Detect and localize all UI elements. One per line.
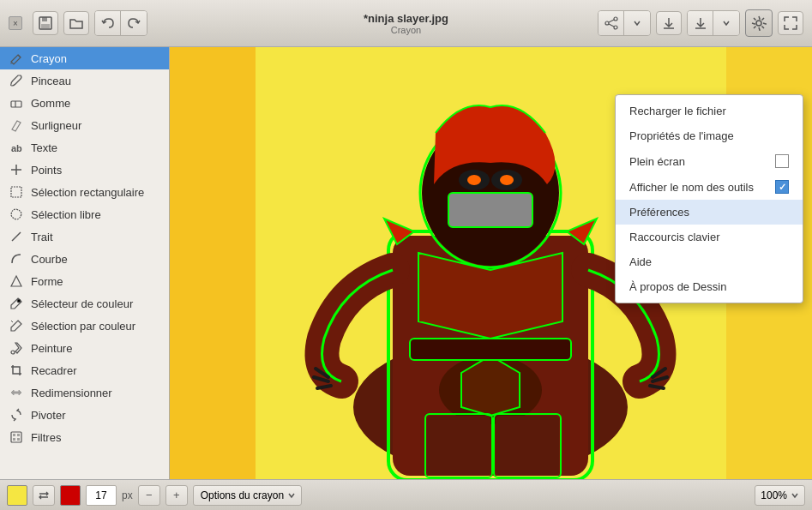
svg-line-21 [11,321,13,322]
menu-item-shortcuts[interactable]: Raccourcis clavier [616,225,803,249]
menu-item-reload[interactable]: Recharger le fichier [616,99,803,123]
selection-rect-label: Sélection rectangulaire [31,186,144,199]
size-minus-button[interactable]: − [138,485,160,506]
sidebar-item-filtres[interactable]: Filtres [0,426,169,448]
menu-item-aide[interactable]: Aide [616,249,803,274]
svg-point-5 [614,26,617,29]
menu-item-preferences[interactable]: Préférences [616,200,803,225]
zoom-dropdown[interactable]: 100% [755,485,805,506]
sidebar-item-texte[interactable]: abTexte [0,136,169,159]
sidebar-item-points[interactable]: Points [0,159,169,181]
svg-point-10 [756,21,761,26]
svg-rect-12 [11,101,21,107]
zoom-chevron-icon [791,491,799,500]
selection-libre-label: Sélection libre [31,208,101,221]
menu-label-properties: Propriétés de l'image [629,129,734,142]
menu-label-preferences: Préférences [629,206,689,219]
undo-button[interactable] [95,11,121,35]
sidebar-item-selection-libre[interactable]: Sélection libre [0,203,169,225]
trait-icon [9,229,24,244]
save-button[interactable] [33,11,58,35]
save-icon [38,15,53,31]
menu-checkbox-fullscreen[interactable] [775,154,789,168]
sidebar-item-peinture[interactable]: Peinture [0,337,169,359]
share-dropdown-button[interactable] [624,11,650,35]
download2-dropdown-button[interactable] [713,11,739,35]
size-unit-label: px [122,489,133,501]
menu-label-about: À propos de Dessin [629,280,726,293]
pivoter-icon [9,407,24,423]
surligneur-icon [9,117,24,133]
download2-button[interactable] [688,11,713,35]
svg-line-7 [609,24,614,27]
expand-button[interactable] [778,11,803,35]
selection-couleur-label: Sélection par couleur [31,320,135,333]
folder-icon [69,15,84,31]
redo-button[interactable] [121,11,147,35]
svg-text:ab: ab [11,143,22,153]
forme-label: Forme [31,275,63,288]
redimensionner-icon [9,385,24,400]
dropdown-chevron-icon [287,491,296,500]
window-subtitle: Crayon [364,25,448,35]
download-button[interactable] [656,11,682,35]
sidebar-item-selection-couleur[interactable]: Sélection par couleur [0,315,169,337]
crayon-options-label: Options du crayon [201,489,284,501]
expand-icon [783,15,798,31]
sidebar-item-gomme[interactable]: Gomme [0,92,169,114]
menu-item-about[interactable]: À propos de Dessin [616,274,803,299]
svg-rect-17 [11,187,21,197]
sidebar-item-crayon[interactable]: Crayon [0,47,169,69]
sidebar-item-redimensionner[interactable]: Redimensionner [0,381,169,404]
menu-item-show-tool-names[interactable]: Afficher le nom des outils [616,174,803,200]
sidebar-item-trait[interactable]: Trait [0,225,169,248]
crayon-options-dropdown[interactable]: Options du crayon [193,485,302,506]
filtres-label: Filtres [31,431,61,444]
titlebar-right [598,9,803,37]
menu-label-aide: Aide [629,255,652,268]
sidebar-item-pinceau[interactable]: Pinceau [0,69,169,92]
primary-color-swatch[interactable] [7,485,27,506]
courbe-icon [9,251,24,267]
menu-item-properties[interactable]: Propriétés de l'image [616,123,803,148]
svg-line-18 [12,232,21,241]
canvas-area[interactable]: Recharger le fichierPropriétés de l'imag… [170,47,812,479]
menu-checkbox-show-tool-names[interactable] [775,180,789,194]
titlebar-center: *ninja slayer.jpg Crayon [364,12,448,35]
svg-rect-27 [17,438,20,441]
sidebar-item-surligneur[interactable]: Surligneur [0,114,169,136]
sidebar-item-pivoter[interactable]: Pivoter [0,404,169,426]
menu-label-fullscreen: Plein écran [629,155,685,168]
recadrer-label: Recadrer [31,364,76,377]
gear-button[interactable] [745,9,773,37]
crayon-label: Crayon [31,52,67,65]
svg-rect-26 [13,438,15,441]
close-button[interactable]: × [9,16,22,30]
share-group [598,10,651,36]
size-input[interactable]: 17 [86,485,117,506]
share-button[interactable] [598,11,624,35]
sidebar-item-selection-rect[interactable]: Sélection rectangulaire [0,181,169,203]
svg-rect-24 [13,434,15,436]
folder-button[interactable] [63,11,89,35]
zoom-value-label: 100% [761,489,787,501]
texte-label: Texte [31,141,57,154]
selection-couleur-icon [9,318,24,333]
sidebar-item-recadrer[interactable]: Recadrer [0,359,169,381]
swap-icon [38,489,50,501]
sidebar-item-selecteur-couleur[interactable]: Sélecteur de couleur [0,292,169,315]
svg-rect-1 [42,17,47,21]
sidebar-item-forme[interactable]: Forme [0,270,169,292]
sidebar-item-courbe[interactable]: Courbe [0,248,169,270]
swap-colors-button[interactable] [33,485,55,506]
peinture-label: Peinture [31,342,72,355]
selection-rect-icon [9,184,24,200]
svg-point-20 [17,299,21,303]
svg-point-3 [614,17,617,21]
menu-item-fullscreen[interactable]: Plein écran [616,148,803,174]
secondary-color-swatch[interactable] [60,485,81,506]
titlebar: × [0,0,812,47]
size-plus-button[interactable]: + [165,485,188,506]
titlebar-left: × [9,10,147,36]
svg-rect-38 [448,193,532,227]
